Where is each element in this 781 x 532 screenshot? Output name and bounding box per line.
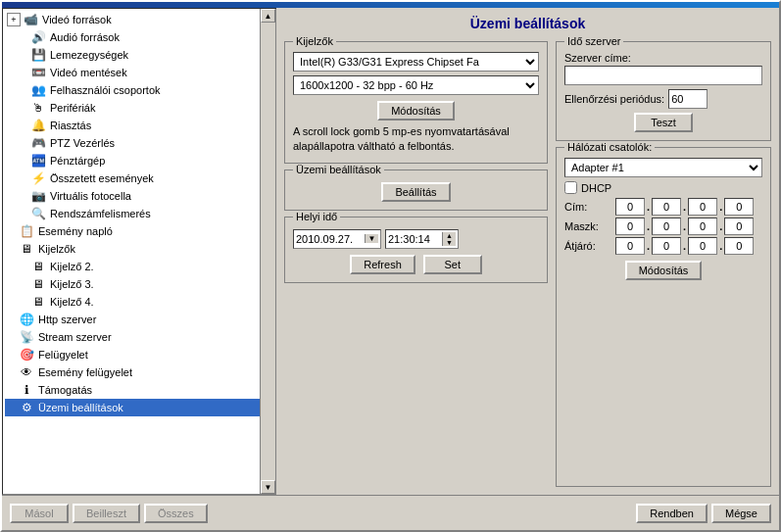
sidebar-icon-complex-events: ⚡ [30,170,46,186]
right-col: Idő szerver Szerver címe: Ellenőrzési pe… [556,41,771,487]
sidebar-label-displays: Kijelzők [38,243,75,255]
gw-1[interactable] [615,237,645,255]
sidebar-item-event-supervision[interactable]: 👁Esemény felügyelet [5,363,273,381]
right-panel: Üzemi beállítások Kijelzők Intel(R) G33/… [276,8,779,495]
mask-row: Maszk: . . . [564,218,762,235]
server-address-input[interactable] [564,66,762,85]
sidebar-label-alarm: Riasztás [50,120,91,131]
sidebar-item-audio-sources[interactable]: 🔊Audió források [5,28,273,46]
sidebar-label-audio-sources: Audió források [50,31,120,43]
sidebar-icon-event-supervision: 👁 [19,364,34,380]
time-server-group: Idő szerver Szerver címe: Ellenőrzési pe… [556,41,771,141]
mask-3[interactable] [688,218,717,235]
sidebar-item-stream-server[interactable]: 📡Stream szerver [5,328,273,346]
sidebar-item-video-sources[interactable]: +📹Videó források [5,11,273,28]
gw-3[interactable] [688,237,717,255]
sidebar-item-ptz[interactable]: 🎮PTZ Vezérlés [5,134,273,152]
sidebar-icon-support: ℹ [19,382,34,398]
left-col: Kijelzők Intel(R) G33/G31 Express Chipse… [284,41,548,487]
all-button[interactable]: Összes [144,504,208,523]
gw-4[interactable] [724,237,754,255]
sidebar-scrollbar[interactable]: ▲ ▼ [260,9,275,494]
time-field[interactable]: 21:30:14 ▲ ▼ [385,229,459,249]
set-button[interactable]: Set [423,255,482,274]
date-field[interactable]: 2010.09.27. ▼ [293,229,381,249]
sidebar-icon-display4: 🖥 [30,294,46,310]
sidebar-icon-audio-sources: 🔊 [30,29,46,45]
check-period-label: Ellenőrzési periódus: [564,93,664,105]
date-dropdown-button[interactable]: ▼ [365,234,378,243]
addr-1[interactable] [615,198,645,216]
sidebar-label-user-groups: Felhasználói csoportok [50,84,161,96]
sidebar-icon-recognition: 🔍 [30,206,46,221]
expand-video-sources[interactable]: + [7,13,21,26]
test-button[interactable]: Teszt [634,113,693,132]
cancel-button[interactable]: Mégse [711,504,771,523]
sidebar-icon-display2: 🖥 [30,259,46,274]
sidebar-item-support[interactable]: ℹTámogatás [5,381,273,399]
sidebar-label-display2: Kijelző 2. [50,261,94,272]
sidebar-label-complex-events: Összetett események [50,172,154,184]
date-value: 2010.09.27. [296,233,363,245]
sidebar-item-user-groups[interactable]: 👥Felhasználói csoportok [5,81,273,99]
displays-modify-button[interactable]: Módosítás [377,101,455,121]
address-row: Cím: . . . [564,198,762,216]
sidebar-item-video-saves[interactable]: 📼Videó mentések [5,64,273,81]
sidebar-item-display3[interactable]: 🖥Kijelző 3. [5,275,273,293]
sidebar-tree: +📹Videó források🔊Audió források💾Lemezegy… [3,9,275,418]
resolution-select[interactable]: 1600x1200 - 32 bpp - 60 Hz [293,75,539,95]
addr-2[interactable] [652,198,681,216]
time-spinner[interactable]: ▲ ▼ [442,232,456,246]
gw-2[interactable] [652,237,681,255]
displays-info-text: A scroll lock gomb 5 mp-es nyomvatartásá… [293,124,539,155]
settings-button[interactable]: Beállítás [381,182,450,202]
sidebar-label-video-saves: Videó mentések [50,67,127,78]
copy-button[interactable]: Másol [10,504,69,523]
time-down-button[interactable]: ▼ [443,239,456,246]
sidebar-label-http-server: Http szerver [38,314,96,325]
sidebar-label-cashier: Pénztárgép [50,155,105,167]
addr-4[interactable] [724,198,754,216]
sidebar-item-virtual-cell[interactable]: 📷Virtuális fotocella [5,187,273,205]
ok-button[interactable]: Rendben [636,504,708,523]
sidebar-item-disk-units[interactable]: 💾Lemezegységek [5,46,273,64]
system-settings-group-title: Üzemi beállítások [293,164,384,175]
sidebar-item-alarm[interactable]: 🔔Riasztás [5,117,273,134]
sidebar-icon-alarm: 🔔 [30,118,46,133]
sidebar-item-complex-events[interactable]: ⚡Összetett események [5,169,273,187]
sidebar-item-display2[interactable]: 🖥Kijelző 2. [5,258,273,275]
sidebar-icon-user-groups: 👥 [30,82,46,98]
addr-3[interactable] [688,198,717,216]
mask-4[interactable] [724,218,754,235]
sidebar-item-peripherals[interactable]: 🖱Perifériák [5,99,273,117]
sidebar-item-recognition[interactable]: 🔍Rendszámfelismerés [5,205,273,222]
bottom-left-buttons: Másol Beilleszt Összes [10,504,208,523]
sidebar-icon-event-log: 📋 [19,223,34,239]
bottom-bar: Másol Beilleszt Összes Rendben Mégse [2,495,779,530]
sidebar-item-displays[interactable]: 🖥Kijelzők [5,240,273,258]
sidebar-icon-supervision: 🎯 [19,347,34,363]
scroll-thumb[interactable] [261,23,275,480]
scroll-up-button[interactable]: ▲ [261,9,275,23]
refresh-button[interactable]: Refresh [350,255,415,274]
sidebar-item-supervision[interactable]: 🎯Felügyelet [5,346,273,363]
time-up-button[interactable]: ▲ [443,232,456,239]
sidebar-item-event-log[interactable]: 📋Esemény napló [5,222,273,240]
mask-2[interactable] [652,218,681,235]
sidebar-item-http-server[interactable]: 🌐Http szerver [5,311,273,328]
adapter-select[interactable]: Adapter #1 [564,158,762,177]
sidebar-label-peripherals: Perifériák [50,102,95,114]
network-modify-button[interactable]: Módosítás [625,261,703,280]
panel-title: Üzemi beállítások [284,16,771,31]
main-window: +📹Videó források🔊Audió források💾Lemezegy… [0,0,781,532]
scroll-down-button[interactable]: ▼ [261,480,275,494]
paste-button[interactable]: Beilleszt [73,504,140,523]
check-period-input[interactable] [668,89,708,109]
display-select[interactable]: Intel(R) G33/G31 Express Chipset Fa [293,52,539,72]
sidebar-item-system-settings[interactable]: ⚙Üzemi beállítások [5,399,273,416]
dhcp-checkbox[interactable] [564,181,577,194]
sidebar-label-disk-units: Lemezegységek [50,49,128,61]
sidebar-item-cashier[interactable]: 🏧Pénztárgép [5,152,273,169]
mask-1[interactable] [615,218,645,235]
sidebar-item-display4[interactable]: 🖥Kijelző 4. [5,293,273,311]
